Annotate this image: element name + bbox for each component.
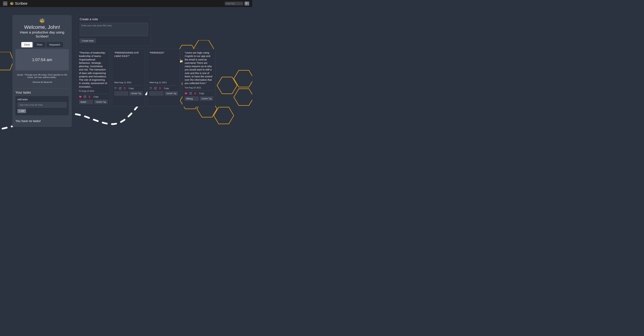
- timer-tabs: Clock Timer Stopwatch: [16, 42, 69, 47]
- note-card: "PREMOOO" Wed Aug 11 2021 Copy Update Ta…: [147, 49, 180, 107]
- copy-button[interactable]: Copy: [199, 92, 204, 95]
- divider: [114, 85, 143, 86]
- share-button[interactable]: [84, 95, 86, 98]
- hamburger-menu-icon[interactable]: [3, 2, 8, 5]
- create-note-heading: Create a note: [80, 17, 148, 21]
- share-button[interactable]: [189, 92, 192, 95]
- note-card: "Users are login using Cognito to our ap…: [182, 49, 215, 107]
- clock-display: 1:07:54 am: [16, 49, 69, 70]
- delete-button[interactable]: [88, 95, 91, 98]
- copy-button[interactable]: Copy: [129, 87, 134, 90]
- notes-grid: "Theories of leadership; leadership of t…: [77, 49, 228, 107]
- tag-input[interactable]: [79, 100, 93, 104]
- favorite-button[interactable]: [114, 87, 117, 90]
- note-text: "PREMOOO": [150, 51, 178, 80]
- welcome-subtitle: Have a productive day using Scribee!: [16, 30, 69, 38]
- favorite-button[interactable]: [79, 95, 82, 98]
- note-date: Tue Aug 10 2021: [185, 86, 213, 89]
- task-input[interactable]: [18, 102, 67, 108]
- tasks-heading: Your tasks: [16, 91, 69, 94]
- divider: [150, 85, 178, 86]
- delete-button[interactable]: [124, 87, 126, 90]
- note-card: "PREEMOGEMS AYE LMAO EASY" Wed Aug 11 20…: [112, 49, 145, 107]
- update-tag-button[interactable]: Update Tag: [165, 91, 178, 96]
- sidebar-panel: 🐝 Welcome, John! Have a productive day u…: [12, 15, 72, 127]
- welcome-title: Welcome, John!: [16, 24, 69, 30]
- note-date: Wed Aug 11 2021: [114, 81, 143, 84]
- divider: [79, 94, 108, 94]
- share-button[interactable]: [154, 87, 157, 90]
- search-icon: 🔍: [246, 2, 248, 5]
- copy-button[interactable]: Copy: [164, 87, 169, 90]
- tag-search-input[interactable]: [225, 2, 243, 5]
- delete-button[interactable]: [194, 92, 196, 95]
- note-date: Wed Aug 11 2021: [150, 81, 178, 84]
- update-tag-button[interactable]: Update Tag: [130, 91, 143, 96]
- tab-clock[interactable]: Clock: [21, 42, 32, 47]
- favorite-button[interactable]: [185, 92, 187, 95]
- favorite-button[interactable]: [150, 87, 152, 90]
- note-text: "PREEMOGEMS AYE LMAO EASY": [114, 51, 143, 80]
- update-tag-button[interactable]: Update Tag: [200, 96, 213, 101]
- note-text: "Users are login using Cognito to our ap…: [185, 51, 213, 85]
- search-button[interactable]: 🔍: [244, 1, 249, 5]
- tab-stopwatch[interactable]: Stopwatch: [46, 42, 63, 47]
- brand: 🐝 Scribee: [10, 1, 28, 6]
- note-card: "Theories of leadership; leadership of t…: [77, 49, 110, 107]
- bee-icon: 🐝: [16, 18, 69, 24]
- no-tasks-message: You have no tasks!: [16, 119, 69, 123]
- quote-author: -Simone de Beauvoir: [16, 81, 68, 83]
- add-tasks-label: Add tasks: [18, 98, 67, 101]
- add-task-box: Add tasks + Add: [16, 96, 69, 115]
- update-tag-button[interactable]: Update Tag: [94, 100, 108, 104]
- copy-button[interactable]: Copy: [94, 95, 98, 98]
- create-note-button[interactable]: Create Note: [80, 38, 96, 43]
- note-text: "Theories of leadership; leadership of t…: [79, 51, 108, 88]
- delete-button[interactable]: [159, 87, 161, 90]
- quote-text: Quote: "Change your life today. Don't ga…: [16, 73, 68, 79]
- note-textarea[interactable]: [80, 23, 148, 36]
- tag-input[interactable]: [150, 91, 163, 96]
- create-note-panel: Create a note Create Note: [77, 15, 151, 46]
- note-date: Fri Aug 13 2021: [79, 90, 108, 92]
- tag-input[interactable]: [185, 96, 198, 101]
- app-name: Scribee: [15, 1, 28, 6]
- tab-timer[interactable]: Timer: [34, 42, 45, 47]
- tag-input[interactable]: [114, 91, 128, 96]
- share-button[interactable]: [119, 87, 122, 90]
- bee-icon: 🐝: [10, 1, 14, 5]
- add-task-button[interactable]: + Add: [18, 109, 26, 113]
- navbar: 🐝 Scribee 🔍: [0, 0, 252, 7]
